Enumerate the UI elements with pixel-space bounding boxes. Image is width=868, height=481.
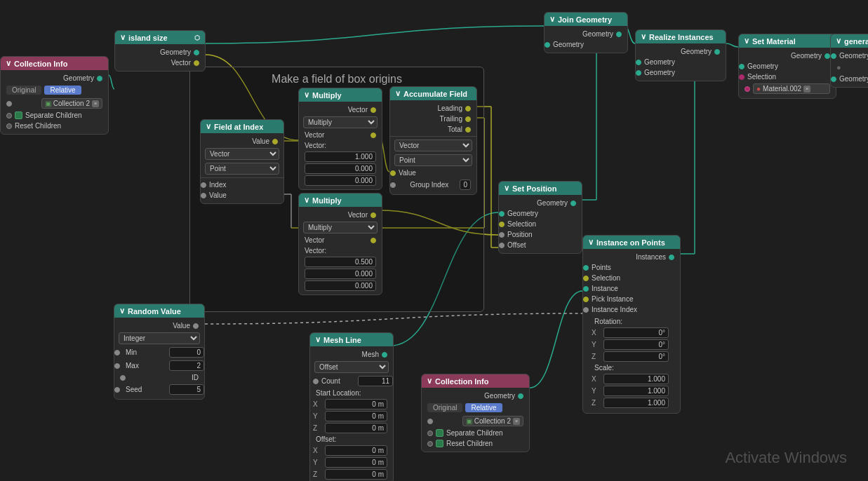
collapse-icon-jg[interactable]: ∨ [549, 15, 555, 24]
geometry-out-socket[interactable] [194, 50, 199, 55]
sp-sel-in-socket[interactable] [499, 222, 505, 227]
rv-seed-socket[interactable] [114, 387, 120, 393]
ml-sy-val[interactable]: 0 m [325, 411, 387, 421]
cib-separate-socket[interactable] [427, 431, 433, 436]
ml-oz-val[interactable]: 0 m [325, 469, 387, 480]
m1-y-val[interactable]: 0.000 [305, 163, 376, 174]
af-group-socket[interactable] [390, 182, 396, 188]
m2-y-val[interactable]: 0.000 [305, 269, 376, 279]
rv-type-select[interactable]: Integer [119, 332, 200, 344]
m1-z-val[interactable]: 0.000 [305, 175, 376, 186]
m2-z-val[interactable]: 0.000 [305, 280, 376, 291]
ml-sz-val[interactable]: 0 m [325, 423, 387, 433]
af-trailing-socket[interactable] [465, 116, 471, 122]
m2-mode-select[interactable]: Multiply [303, 222, 378, 233]
iop-inst-socket[interactable] [583, 286, 589, 292]
iop-rot-x-val[interactable]: 0° [603, 327, 669, 338]
af-value-in-socket[interactable] [390, 170, 396, 176]
fai-type2-select[interactable]: Point [205, 163, 279, 175]
m1-mode-select[interactable]: Multiply [303, 116, 378, 128]
cib-reset-checkbox[interactable] [436, 440, 443, 447]
ml-count-socket[interactable] [313, 379, 319, 384]
tab-relative-top[interactable]: Relative [44, 86, 81, 95]
af-type2-select[interactable]: Point [394, 154, 472, 166]
ml-mesh-socket[interactable] [382, 352, 387, 358]
sm-geo-in-socket[interactable] [739, 64, 745, 69]
ci-top-separate-checkbox[interactable] [15, 111, 22, 119]
tab-original-bottom[interactable]: Original [427, 403, 462, 412]
iop-pick-socket[interactable] [583, 297, 589, 302]
ci-top-reset-socket[interactable] [6, 123, 12, 129]
m2-vec-socket[interactable] [370, 212, 376, 218]
m1-vec-socket[interactable] [370, 107, 376, 113]
af-group-val[interactable]: 0 [460, 179, 471, 190]
ml-sx-val[interactable]: 0 m [325, 399, 387, 409]
rv-seed-val[interactable]: 5 [169, 384, 204, 395]
sp-geo-in-socket[interactable] [499, 211, 505, 217]
iop-instances-socket[interactable] [669, 255, 674, 260]
cib-collection-socket[interactable] [427, 419, 433, 424]
iop-scale-x-val[interactable]: 1.000 [603, 374, 669, 384]
ri-geo-in2-socket[interactable] [636, 70, 641, 76]
gen-geo-in2-socket[interactable] [831, 76, 836, 82]
ri-geo-out-socket[interactable] [714, 49, 720, 55]
iop-rot-z-val[interactable]: 0° [603, 351, 669, 362]
iop-rot-y-val[interactable]: 0° [603, 339, 669, 350]
collapse-icon-gen[interactable]: ∨ [836, 36, 841, 46]
rv-min-socket[interactable] [114, 350, 120, 355]
ri-geo-in-socket[interactable] [636, 60, 641, 65]
collapse-icon-rv[interactable]: ∨ [119, 306, 125, 316]
af-total-socket[interactable] [465, 127, 471, 133]
sp-geo-out-socket[interactable] [570, 201, 576, 206]
iop-scale-y-val[interactable]: 1.000 [603, 386, 669, 396]
geo-out-ci-top-socket[interactable] [97, 76, 102, 81]
collapse-icon-iop[interactable]: ∨ [588, 238, 594, 247]
collapse-icon-sm[interactable]: ∨ [744, 36, 749, 46]
m2-x-val[interactable]: 0.500 [305, 257, 376, 267]
sm-geo-out-socket[interactable] [824, 53, 830, 59]
jg-geo-in-socket[interactable] [545, 42, 550, 48]
gen-geo-in-socket[interactable] [831, 53, 836, 59]
collapse-icon-sp[interactable]: ∨ [504, 184, 509, 193]
iop-points-socket[interactable] [583, 265, 589, 271]
fai-value-socket[interactable] [272, 139, 278, 144]
cib-geo-out-socket[interactable] [518, 393, 523, 399]
ml-count-val[interactable]: 11 [358, 376, 393, 386]
tab-relative-bottom[interactable]: Relative [465, 403, 502, 412]
sm-material-remove[interactable]: × [803, 86, 810, 93]
iop-scale-z-val[interactable]: 1.000 [603, 398, 669, 408]
fai-value-out-socket[interactable] [201, 193, 206, 198]
ml-ox-val[interactable]: 0 m [325, 445, 387, 456]
af-type1-select[interactable]: Vector [394, 140, 472, 151]
sm-sel-in-socket[interactable] [739, 74, 745, 80]
m1-x-val[interactable]: 1.000 [305, 151, 376, 162]
jg-geo-out-socket[interactable] [616, 32, 622, 37]
sp-off-in-socket[interactable] [499, 243, 505, 248]
collapse-icon-ci[interactable]: ∨ [6, 59, 11, 68]
sm-material-socket[interactable] [745, 86, 750, 92]
rv-value-out-socket[interactable] [193, 323, 199, 329]
iop-idx-socket[interactable] [583, 307, 589, 313]
collapse-icon-fai[interactable]: ∨ [206, 122, 211, 131]
fai-type1-select[interactable]: Vector [205, 148, 279, 160]
fai-index-socket[interactable] [201, 182, 206, 188]
ml-mode-select[interactable]: Offset [314, 361, 389, 373]
sp-pos-in-socket[interactable] [499, 232, 505, 238]
cib-reset-socket[interactable] [427, 441, 433, 447]
collapse-icon-cib[interactable]: ∨ [427, 377, 432, 386]
rv-max-socket[interactable] [114, 363, 120, 369]
cib-separate-checkbox[interactable] [436, 429, 443, 437]
rv-id-socket[interactable] [120, 375, 126, 381]
m1-vec-in-socket[interactable] [370, 133, 376, 138]
ci-top-collection-remove[interactable]: × [92, 100, 99, 107]
rv-max-val[interactable]: 2 [169, 360, 204, 371]
ml-oy-val[interactable]: 0 m [325, 457, 387, 468]
collapse-icon-m2[interactable]: ∨ [304, 196, 309, 205]
af-leading-socket[interactable] [465, 106, 471, 111]
collapse-icon[interactable]: ∨ [120, 33, 126, 42]
iop-sel-socket[interactable] [583, 276, 589, 281]
m2-vec-in-socket[interactable] [370, 238, 376, 243]
collapse-icon-af[interactable]: ∨ [395, 89, 401, 98]
collapse-icon-ri[interactable]: ∨ [641, 32, 646, 41]
vector-out-socket[interactable] [194, 60, 199, 66]
